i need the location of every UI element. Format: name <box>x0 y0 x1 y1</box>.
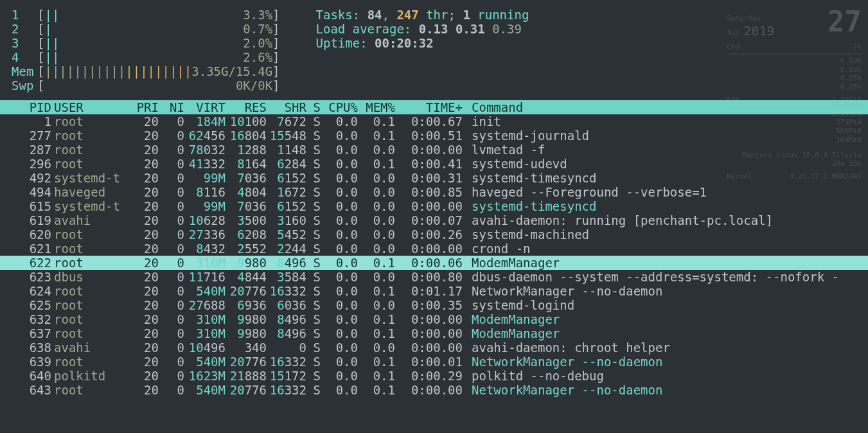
table-row[interactable]: 637root200310M99808496S0.00.10:00.00Mode… <box>12 326 856 340</box>
process-command: ModemManager <box>463 326 560 340</box>
table-row[interactable]: 621root200843225522244S0.00.00:00.00cron… <box>12 242 856 256</box>
uptime-line: Uptime: 00:20:32 <box>316 36 529 50</box>
col-pid[interactable]: PID <box>12 100 51 114</box>
process-command: avahi-daemon: chroot helper <box>463 340 670 355</box>
col-time[interactable]: TIME+ <box>395 100 463 114</box>
table-row[interactable]: 632root200310M99808496S0.00.10:00.00Mode… <box>12 312 856 326</box>
bracket-right-icon: ] <box>272 8 279 22</box>
process-command: ModemManager <box>463 256 560 270</box>
process-command: polkitd --no-debug <box>463 369 604 383</box>
table-row[interactable]: 615systemd-t20099M70366152S0.00.00:00.00… <box>12 199 856 213</box>
table-row[interactable]: 643root200540M2077616332S0.00.10:00.00Ne… <box>12 383 856 397</box>
process-command: NetworkManager --no-daemon <box>463 383 662 397</box>
bracket-left-icon: [ <box>37 8 44 22</box>
process-command: dbus-daemon --system --address=systemd: … <box>463 270 839 284</box>
col-cpu[interactable]: CPU% <box>321 100 358 114</box>
cpu-meter-3: 3[||2.0%] <box>12 36 280 50</box>
cpu-meter-2: 2[|0.7%] <box>12 22 280 36</box>
col-shr[interactable]: SHR <box>267 100 306 114</box>
mem-meter: Mem[||||||||||||||||||||3.35G/15.4G] <box>12 64 280 78</box>
process-command: systemd-machined <box>463 227 589 242</box>
table-row[interactable]: 623dbus2001171648443584S0.00.00:00.80dbu… <box>12 270 856 284</box>
col-cmd[interactable]: Command <box>463 100 523 114</box>
cpu-meter-1: 1[||3.3%] <box>12 8 280 22</box>
meters: 1[||3.3%] 2[|0.7%] 3[||2.0%] 4[||2.6%] M… <box>12 8 280 93</box>
col-virt[interactable]: VIRT <box>184 100 226 114</box>
table-row[interactable]: 639root200540M2077616332S0.00.10:00.01Ne… <box>12 355 856 369</box>
process-command: NetworkManager --no-daemon <box>463 284 662 298</box>
tasks-line: Tasks: 84, 247 thr; 1 running <box>316 8 529 22</box>
process-command: systemd-udevd <box>463 157 567 171</box>
col-ni[interactable]: NI <box>159 100 184 114</box>
swp-meter: Swp[0K/0K] <box>12 78 280 93</box>
col-user[interactable]: USER <box>51 100 128 114</box>
load-line: Load average: 0.13 0.31 0.39 <box>316 22 529 36</box>
process-command: systemd-journald <box>463 128 589 143</box>
table-row[interactable]: 619avahi2001062835003160S0.00.00:00.07av… <box>12 213 856 227</box>
col-res[interactable]: RES <box>226 100 267 114</box>
process-command: systemd-timesyncd <box>463 171 596 185</box>
col-mem[interactable]: MEM% <box>358 100 395 114</box>
col-pri[interactable]: PRI <box>128 100 159 114</box>
process-command: NetworkManager --no-daemon <box>463 355 662 369</box>
process-command: haveged --Foreground --verbose=1 <box>463 185 707 199</box>
table-row[interactable]: 640polkitd2001623M2188815172S0.00.10:00.… <box>12 369 856 383</box>
table-row[interactable]: 620root2002733662085452S0.00.00:00.26sys… <box>12 227 856 242</box>
process-command: ModemManager <box>463 312 560 326</box>
cpu-meter-4: 4[||2.6%] <box>12 50 280 64</box>
process-command: systemd-timesyncd <box>463 199 596 213</box>
process-command: lvmetad -f <box>463 143 545 157</box>
stats: Tasks: 84, 247 thr; 1 running Load avera… <box>316 8 529 93</box>
table-row[interactable]: 624root200540M2077616332S0.00.10:01.17Ne… <box>12 284 856 298</box>
table-row[interactable]: 625root2002768869366036S0.00.00:00.35sys… <box>12 298 856 312</box>
process-command: systemd-logind <box>463 298 574 312</box>
process-command: init <box>463 114 501 128</box>
process-command: avahi-daemon: running [penchant-pc.local… <box>463 213 773 227</box>
table-row[interactable]: 494haveged200811648041672S0.00.00:00.85h… <box>12 185 856 199</box>
col-s[interactable]: S <box>306 100 321 114</box>
table-row[interactable]: 638avahi200104963400S0.00.00:00.00avahi-… <box>12 340 856 355</box>
conky-widget: SaturdayJul 201927 CPU2% 0.50% 0.50% 0.2… <box>727 4 862 181</box>
process-command: crond -n <box>463 242 531 256</box>
table-row[interactable]: 622root200310M99808496S0.00.10:00.06Mode… <box>0 256 868 270</box>
